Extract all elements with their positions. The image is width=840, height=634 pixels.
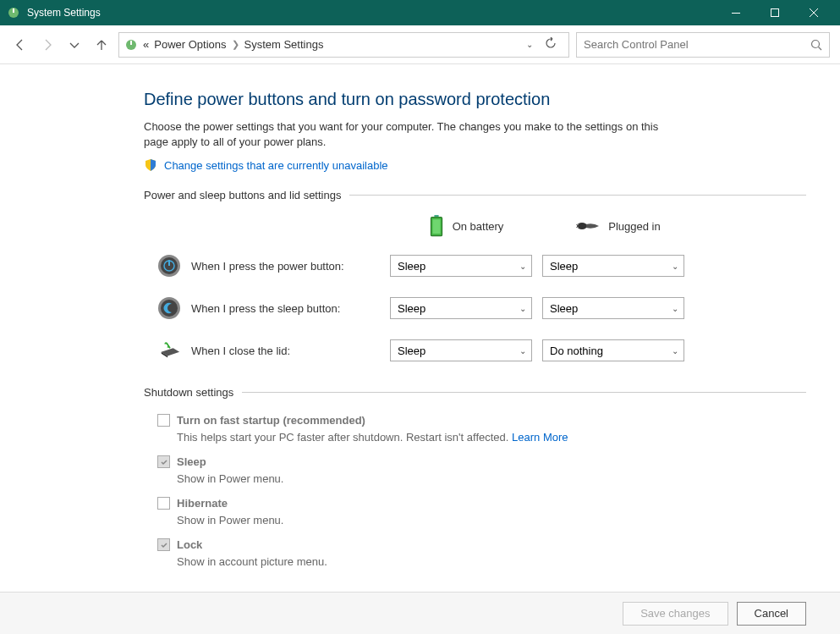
chevron-down-icon: ⌄ [519, 346, 526, 356]
close-button[interactable] [794, 0, 833, 25]
title-bar: System Settings [0, 0, 840, 25]
app-icon [7, 6, 20, 19]
page-title: Define power buttons and turn on passwor… [144, 90, 806, 109]
power-grid: On battery Plugged in When I press the p… [157, 215, 690, 362]
search-input[interactable] [584, 38, 810, 51]
sleep-label: Sleep [177, 455, 206, 468]
checkbox-sleep[interactable] [157, 455, 170, 468]
svg-rect-14 [576, 224, 579, 225]
content-area: Define power buttons and turn on passwor… [0, 64, 840, 592]
svg-point-8 [812, 40, 820, 47]
chevron-down-icon: ⌄ [519, 304, 526, 313]
column-plugged: Plugged in [542, 218, 695, 234]
lid-plugged-select[interactable]: Do nothing⌄ [542, 339, 684, 361]
refresh-button[interactable] [538, 37, 563, 52]
svg-line-9 [819, 47, 822, 50]
row-label-sleep: When I press the sleep button: [157, 296, 390, 320]
svg-rect-1 [13, 8, 14, 13]
svg-rect-7 [130, 41, 132, 45]
laptop-lid-icon [157, 339, 181, 362]
check-lock: Lock Show in account picture menu. [157, 537, 806, 570]
toolbar: « Power Options ❯ System Settings ⌄ [0, 25, 840, 64]
power-button-icon [157, 254, 181, 278]
svg-rect-3 [771, 9, 779, 17]
shutdown-section-header: Shutdown settings [144, 386, 806, 399]
checkbox-fast-startup[interactable] [157, 414, 170, 427]
fast-startup-label: Turn on fast startup (recommended) [177, 414, 365, 427]
shield-icon [144, 158, 157, 172]
breadcrumb: « Power Options ❯ System Settings [143, 38, 521, 51]
forward-button[interactable] [37, 35, 58, 55]
battery-icon [429, 215, 444, 237]
up-button[interactable] [91, 35, 112, 55]
grid-header: On battery Plugged in [157, 215, 690, 237]
power-options-icon [124, 38, 138, 52]
chevron-down-icon: ⌄ [672, 346, 678, 356]
page-description: Choose the power settings that you want … [144, 119, 685, 150]
window-controls [716, 0, 833, 25]
lock-desc: Show in account picture menu. [177, 555, 327, 568]
minimize-button[interactable] [716, 0, 755, 25]
lid-battery-select[interactable]: Sleep⌄ [390, 339, 532, 361]
svg-rect-2 [732, 13, 740, 14]
footer: Save changes Cancel [0, 592, 840, 634]
chevron-down-icon: ⌄ [672, 304, 678, 313]
row-close-lid: When I close the lid: Sleep⌄ Do nothing⌄ [157, 339, 690, 362]
row-power-button: When I press the power button: Sleep⌄ Sl… [157, 254, 690, 278]
power-button-battery-select[interactable]: Sleep⌄ [390, 255, 532, 277]
chevron-down-icon: ⌄ [672, 262, 678, 271]
svg-rect-15 [576, 227, 579, 228]
plug-icon [576, 218, 600, 234]
power-section-header: Power and sleep buttons and lid settings [144, 189, 806, 201]
search-box[interactable] [576, 32, 830, 58]
sleep-button-plugged-select[interactable]: Sleep⌄ [542, 297, 684, 319]
power-button-plugged-select[interactable]: Sleep⌄ [542, 255, 684, 277]
window-title: System Settings [27, 7, 716, 19]
sleep-desc: Show in Power menu. [177, 472, 283, 485]
change-settings-link[interactable]: Change settings that are currently unava… [164, 159, 388, 172]
check-fast-startup: Turn on fast startup (recommended) This … [157, 412, 806, 445]
change-settings-link-row: Change settings that are currently unava… [144, 158, 806, 172]
row-label-power: When I press the power button: [157, 254, 390, 278]
shutdown-items: Turn on fast startup (recommended) This … [157, 412, 806, 570]
svg-rect-12 [432, 220, 440, 234]
svg-point-21 [161, 300, 178, 317]
maximize-button[interactable] [755, 0, 794, 25]
checkbox-hibernate[interactable] [157, 497, 170, 510]
back-button[interactable] [10, 35, 30, 55]
check-sleep: Sleep Show in Power menu. [157, 454, 806, 487]
address-bar[interactable]: « Power Options ❯ System Settings ⌄ [118, 32, 569, 58]
row-label-lid: When I close the lid: [157, 339, 390, 362]
save-button[interactable]: Save changes [623, 602, 727, 626]
address-dropdown-icon[interactable]: ⌄ [526, 40, 533, 49]
search-icon [810, 39, 822, 51]
column-battery: On battery [390, 215, 542, 237]
sleep-button-icon [157, 296, 181, 320]
hibernate-desc: Show in Power menu. [177, 514, 283, 526]
lock-label: Lock [177, 538, 202, 551]
svg-point-13 [577, 223, 587, 229]
breadcrumb-power-options[interactable]: Power Options [154, 38, 226, 51]
checkbox-lock[interactable] [157, 538, 170, 551]
chevron-down-icon: ⌄ [519, 262, 526, 271]
breadcrumb-prefix: « [143, 38, 149, 51]
svg-rect-19 [168, 260, 170, 266]
fast-startup-desc: This helps start your PC faster after sh… [177, 431, 512, 444]
chevron-right-icon: ❯ [232, 39, 239, 50]
learn-more-link[interactable]: Learn More [512, 431, 568, 444]
recent-button[interactable] [64, 35, 85, 55]
shutdown-section: Shutdown settings Turn on fast startup (… [144, 386, 806, 570]
sleep-button-battery-select[interactable]: Sleep⌄ [390, 297, 532, 319]
breadcrumb-system-settings[interactable]: System Settings [244, 38, 324, 51]
hibernate-label: Hibernate [177, 497, 228, 510]
cancel-button[interactable]: Cancel [737, 602, 806, 626]
row-sleep-button: When I press the sleep button: Sleep⌄ Sl… [157, 296, 690, 320]
check-hibernate: Hibernate Show in Power menu. [157, 495, 806, 528]
